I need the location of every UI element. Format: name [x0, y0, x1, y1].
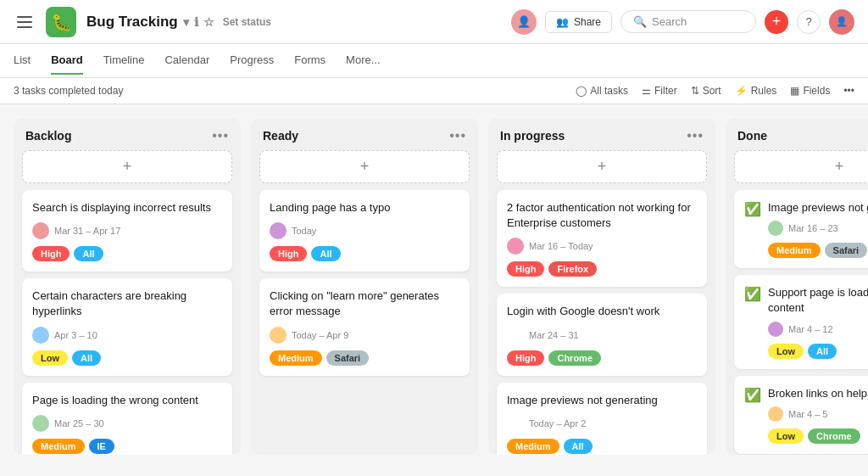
tag: Chrome [548, 350, 601, 366]
card-meta: Apr 3 – 10 [32, 327, 222, 344]
star-icon[interactable]: ☆ [203, 15, 214, 29]
column-header: Ready ••• [251, 118, 478, 150]
card-title: Broken links on help page [768, 386, 868, 401]
all-tasks-button[interactable]: ◯ All tasks [576, 85, 628, 97]
app-title: Bug Tracking ▾ ℹ ☆ Set status [86, 14, 271, 31]
card-avatar [270, 222, 287, 239]
card-list: ✅ Image previews not generating Mar 16 –… [726, 190, 868, 455]
card-date: Today – Apr 2 [529, 418, 586, 428]
card-tags: MediumIE [32, 439, 222, 454]
tag: All [808, 344, 837, 359]
column-title: Ready [263, 129, 298, 143]
card-avatar [32, 415, 49, 432]
add-card-button[interactable]: + [497, 150, 707, 183]
card-meta: Mar 16 – Today [507, 238, 697, 255]
card-avatar [768, 221, 783, 236]
card-avatar [768, 322, 783, 337]
nav-board[interactable]: Board [51, 47, 83, 75]
tag: High [507, 350, 544, 366]
user-avatar[interactable]: 👤 [511, 9, 537, 35]
task-card[interactable]: Clicking on "learn more" generates error… [259, 278, 470, 375]
tasks-completed-label: 3 tasks completed today [14, 85, 123, 97]
nav-timeline[interactable]: Timeline [103, 47, 145, 75]
rules-button[interactable]: ⚡ Rules [735, 85, 777, 97]
card-list: Search is displaying incorrect results M… [14, 190, 241, 455]
tag: Low [32, 350, 68, 366]
card-title: Search is displaying incorrect results [32, 200, 222, 216]
search-icon: 🔍 [633, 15, 647, 28]
card-title: Certain characters are breaking hyperlin… [32, 288, 222, 319]
column-done: Done ••• + ✅ Image previews not generati… [726, 118, 868, 455]
tag: Safari [825, 243, 868, 258]
card-tags: HighAll [270, 246, 459, 261]
tag: Low [768, 428, 804, 444]
task-card[interactable]: Search is displaying incorrect results M… [22, 190, 232, 272]
nav-progress[interactable]: Progress [230, 47, 274, 75]
search-bar[interactable]: 🔍 Search [620, 10, 756, 33]
card-meta: Today – Apr 9 [270, 327, 459, 344]
card-title: Landing page has a typo [270, 200, 459, 216]
profile-avatar[interactable]: 👤 [829, 9, 854, 35]
fields-button[interactable]: ▦ Fields [790, 85, 830, 97]
nav-more[interactable]: More... [346, 47, 380, 75]
column-options-button[interactable]: ••• [212, 128, 229, 143]
set-status-button[interactable]: Set status [223, 16, 271, 28]
nav-calendar[interactable]: Calendar [164, 47, 209, 75]
check-icon: ✅ [744, 387, 761, 403]
chevron-down-icon[interactable]: ▾ [183, 15, 189, 29]
nav-list[interactable]: List [14, 47, 31, 75]
card-tags: MediumSafari [270, 350, 459, 366]
card-tags: LowAll [32, 350, 222, 366]
column-title: Backlog [25, 129, 71, 143]
nav-forms[interactable]: Forms [294, 47, 326, 75]
filter-label: Filter [654, 85, 677, 97]
tag: All [74, 246, 103, 261]
tag: IE [89, 439, 114, 454]
task-card[interactable]: Certain characters are breaking hyperlin… [22, 278, 232, 375]
tag: Low [768, 344, 804, 359]
tag: Medium [270, 350, 322, 366]
card-title: Clicking on "learn more" generates error… [270, 288, 459, 319]
info-icon[interactable]: ℹ [194, 15, 198, 29]
card-avatar [768, 406, 783, 422]
all-tasks-label: All tasks [590, 85, 628, 97]
task-card[interactable]: ✅ Support page is loading wrong content … [734, 275, 868, 368]
column-inprogress: In progress ••• + 2 factor authenticatio… [488, 118, 715, 455]
help-button[interactable]: ? [797, 10, 821, 34]
card-date: Mar 4 – 5 [788, 409, 827, 419]
filter-button[interactable]: ⚌ Filter [642, 85, 677, 97]
tag: High [270, 246, 307, 261]
toolbar-actions: ◯ All tasks ⚌ Filter ⇅ Sort ⚡ Rules ▦ Fi… [576, 85, 854, 97]
board: Backlog ••• + Search is displaying incor… [0, 104, 868, 468]
card-title: Image previews not generating [507, 393, 697, 408]
add-card-button[interactable]: + [259, 150, 470, 183]
menu-icon[interactable] [14, 13, 36, 31]
add-card-button[interactable]: + [734, 150, 868, 183]
search-placeholder: Search [652, 15, 687, 28]
sort-button[interactable]: ⇅ Sort [691, 85, 721, 97]
more-options-button[interactable]: ••• [843, 85, 854, 97]
task-card[interactable]: Page is loading the wrong content Mar 25… [22, 383, 232, 455]
add-card-button[interactable]: + [22, 150, 232, 183]
task-card[interactable]: ✅ Broken links on help page Mar 4 – 5 Lo… [734, 376, 868, 454]
share-button[interactable]: 👥 Share [545, 11, 612, 33]
task-card[interactable]: ✅ Image previews not generating Mar 16 –… [734, 190, 868, 268]
column-backlog: Backlog ••• + Search is displaying incor… [14, 118, 241, 455]
create-button[interactable]: + [765, 10, 788, 34]
task-card[interactable]: Login with Google doesn't work Mar 24 – … [497, 294, 707, 375]
tag: All [311, 246, 340, 261]
card-meta: Today – Apr 2 [507, 415, 697, 432]
tag: High [32, 246, 70, 261]
column-header: In progress ••• [488, 118, 715, 150]
card-date: Mar 31 – Apr 17 [54, 226, 120, 236]
card-content: ✅ Image previews not generating Mar 16 –… [744, 200, 868, 258]
card-tags: LowChrome [768, 428, 868, 444]
task-card[interactable]: Image previews not generating Today – Ap… [497, 383, 707, 455]
card-tags: LowAll [768, 344, 868, 359]
column-options-button[interactable]: ••• [687, 128, 704, 143]
card-date: Mar 4 – 12 [788, 324, 833, 334]
task-card[interactable]: Landing page has a typo Today HighAll [259, 190, 470, 272]
card-avatar [507, 327, 524, 344]
column-options-button[interactable]: ••• [449, 128, 466, 143]
task-card[interactable]: 2 factor authentication not working for … [497, 190, 707, 287]
